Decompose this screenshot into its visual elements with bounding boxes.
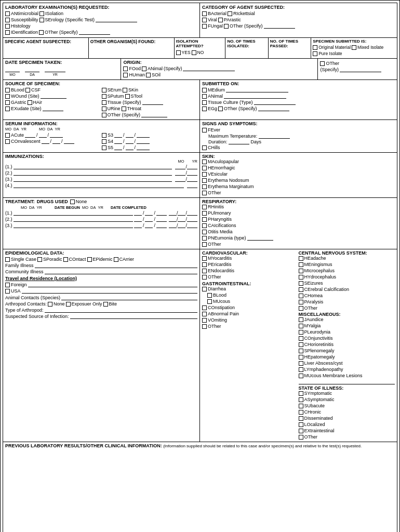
otitis-checkbox[interactable]: Otitis Media [202,229,233,234]
human-checkbox[interactable]: HUman [123,72,145,77]
mucous-gi-checkbox[interactable]: MUcous [207,299,230,304]
stool-checkbox[interactable]: STool [125,94,143,99]
myalgia-checkbox[interactable]: MYalgia [299,323,321,328]
sputum-checkbox[interactable]: SPutum [102,94,124,99]
mixed-isolate-checkbox[interactable]: Mixed Isolate [352,45,383,50]
rickettsial-checkbox[interactable]: RIckettsial [228,11,255,16]
conjunctivitis-checkbox[interactable]: COnjunctivitis [299,336,333,341]
fever-checkbox[interactable]: FEver [202,127,220,132]
single-case-checkbox[interactable]: SIngle Case [5,257,36,262]
pleurodynia-checkbox[interactable]: PLeurodynia [299,329,331,335]
seizures-checkbox[interactable]: SEizures [299,281,323,286]
rhinitis-checkbox[interactable]: RHinitis [202,204,224,209]
viral-checkbox[interactable]: Viral [202,17,217,22]
csf-checkbox[interactable]: CSF [25,87,41,92]
urine-checkbox[interactable]: URine [102,106,121,111]
symptomatic-checkbox[interactable]: SYmptomatic [299,391,332,396]
other-cardio-checkbox[interactable]: OTher [202,274,221,280]
erythema-nodosum-checkbox[interactable]: Erythema Nodosum [202,178,249,183]
soil-checkbox[interactable]: SOil [146,72,161,77]
none-treatment-checkbox[interactable]: None [70,199,87,204]
chills-checkbox[interactable]: CHills [202,145,220,150]
other-gi-checkbox[interactable]: OTher [202,324,221,329]
serology-checkbox[interactable]: SErology (Specific Test) [39,17,137,22]
vomiting-checkbox[interactable]: VOmiting [202,317,227,323]
yes-checkbox[interactable]: YES [176,50,191,55]
arthropod-none-checkbox[interactable]: None [48,301,65,307]
mucous-membrane-checkbox[interactable]: MUcous Membrane Lesions [299,373,363,378]
microcephalus-checkbox[interactable]: MIcrocephalus [299,268,335,273]
tissue-checkbox[interactable]: TIssue (Specify) [102,100,141,105]
blood-checkbox[interactable]: BLood [5,87,24,92]
tissue-culture-checkbox[interactable]: TIssue Culture (Type) [202,100,253,105]
sporadic-checkbox[interactable]: SPoradic [37,257,62,262]
pulmonary-checkbox[interactable]: PUlmonary [202,210,231,216]
susceptibility-checkbox[interactable]: Susceptibility [5,17,38,22]
parasitic-checkbox[interactable]: PArastic [218,17,241,22]
epidemic-checkbox[interactable]: EPidemic [87,257,113,262]
hemorrhagic-checkbox[interactable]: HEmorrhagic [202,165,235,170]
exudate-checkbox[interactable]: EXudate (Site) [5,106,42,111]
bite-checkbox[interactable]: Bite [103,301,117,307]
constipation-checkbox[interactable]: COnstipation [202,305,235,310]
gastric-checkbox[interactable]: GAstric [5,100,26,105]
pneumonia-checkbox[interactable]: PNEumonia (type) [202,235,246,241]
other-category-checkbox[interactable]: OTher (Specify) [224,23,295,29]
animal-origin-checkbox[interactable]: ANimal [142,66,163,71]
cerebral-checkbox[interactable]: CErebral Calcification [299,287,350,292]
other-lab-checkbox[interactable]: OTher (Specify) [39,30,110,35]
pure-isolate-checkbox[interactable]: Pure Isolate [313,51,342,56]
isolation-checkbox[interactable]: ISolation [39,11,63,16]
extraintestinal-checkbox[interactable]: EXtraintestinal [299,428,335,433]
acute-checkbox[interactable]: ACute [5,132,24,138]
asymptomatic-checkbox[interactable]: ASymptomatic [299,397,335,402]
wound-checkbox[interactable]: WOund (Site) [5,94,39,99]
serum-checkbox[interactable]: SErum [102,87,122,92]
bacterial-checkbox[interactable]: BActerial [202,11,226,16]
histology-checkbox[interactable]: HIstology [5,23,31,29]
s5-checkbox[interactable]: S5 [102,145,113,150]
food-checkbox[interactable]: FOod [123,66,141,71]
blood-gi-checkbox[interactable]: BLood [207,292,226,298]
paralysis-checkbox[interactable]: PAralysis [299,299,324,304]
other-source-checkbox[interactable]: OTher (Specify) [102,112,141,117]
lymphadenopathy-checkbox[interactable]: LYmphadenopathy [299,367,343,372]
jaundice-checkbox[interactable]: JAundice [299,317,324,322]
liver-abscess-checkbox[interactable]: Liver Abscess/cyst [299,361,343,366]
chorioretinitis-checkbox[interactable]: CHorioretinitis [299,342,334,347]
fungal-checkbox[interactable]: FUngal [202,23,223,29]
identification-checkbox[interactable]: IDentification [5,30,38,35]
endocarditis-checkbox[interactable]: ENdocarditis [202,268,234,273]
pericarditis-checkbox[interactable]: PEricarditis [202,262,232,267]
hydrocephalus-checkbox[interactable]: HYdrocephalus [299,274,337,280]
other-cns-checkbox[interactable]: OTher [299,305,318,311]
egg-checkbox[interactable]: EGg [202,106,217,111]
disseminated-checkbox[interactable]: DIsseminated [299,416,333,421]
maculopapular-checkbox[interactable]: MAculopapular [202,159,239,164]
s4-checkbox[interactable]: S4 [102,139,113,144]
other-state-checkbox[interactable]: OTher [299,434,318,440]
foreign-checkbox[interactable]: Foreign [5,282,27,287]
other-submitted-checkbox[interactable]: OTher (Specify) [218,106,257,111]
splenomegaly-checkbox[interactable]: SPlenomegaly [299,348,335,353]
throat-checkbox[interactable]: THroat [122,106,142,111]
antimicrobial-checkbox[interactable]: ANtimicrobial [5,11,38,16]
carrier-checkbox[interactable]: CArrier [114,257,135,262]
calcifications-checkbox[interactable]: CAIcifications [202,223,236,228]
usa-checkbox[interactable]: USA [5,288,21,294]
exposure-only-checkbox[interactable]: Exposuer Only [66,301,102,307]
chronic-checkbox[interactable]: CHronic [299,409,322,415]
erythema-marginatum-checkbox[interactable]: Erythema Marginatum [202,184,254,189]
medium-checkbox[interactable]: MEdium [202,87,225,92]
contact-checkbox[interactable]: COntact [63,257,86,262]
chorea-checkbox[interactable]: CHomea [299,293,323,298]
myocarditis-checkbox[interactable]: MYocarditis [202,256,232,261]
hair-checkbox[interactable]: HAir [28,100,43,105]
localized-checkbox[interactable]: LOcalized [299,422,325,427]
hepatomegaly-checkbox[interactable]: HEpatomegaly [299,354,335,360]
convalescent-checkbox[interactable]: COnvalescent [5,139,41,144]
other-skin-checkbox[interactable]: OTher [202,190,221,195]
original-material-checkbox[interactable]: Original Material [313,45,351,50]
vesicular-checkbox[interactable]: VEsicular [202,171,228,177]
no-checkbox[interactable]: NO [192,50,204,55]
